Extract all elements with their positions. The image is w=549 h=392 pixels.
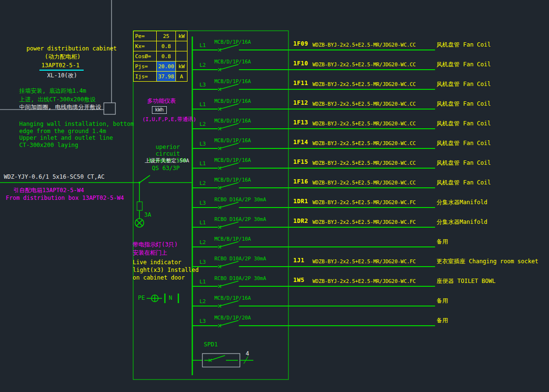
- breaker-switch-icon: [217, 177, 242, 190]
- circuit-wire: [192, 148, 218, 149]
- breaker-switch-icon: [217, 276, 242, 288]
- circuit-wire: [192, 207, 218, 208]
- circuit-wire: [192, 168, 218, 169]
- phase-label: L3: [200, 141, 206, 147]
- circuit-wire: [239, 187, 435, 188]
- circuit-row: L3 MCB/D/1P/16A 1F14 WDZB-BYJ-2x2.5+E2.5…: [192, 138, 535, 150]
- feeder-from-cn: 引自配电箱13APT02-5-W4: [13, 187, 84, 194]
- breaker-switch-icon: [217, 59, 242, 72]
- cable-spec: WDZB-BYJ-2x2.5+E2.5-MR/JDG20-WC.CC: [312, 160, 416, 166]
- circuit-id: 1F10: [293, 60, 308, 67]
- cable-spec: WDZB-BYJ-2x2.5+E2.5-MR/JDG20-WC.FC: [312, 258, 416, 264]
- cabinet-title-cn: (动力配电柜): [45, 53, 80, 61]
- param-value-highlighted[interactable]: 37.98: [157, 72, 176, 82]
- load-label: 风机盘管 Fan Coil: [437, 41, 491, 49]
- install-note-cn: 挂墙安装, 底边距地1.4m 上进, 出线CT-300x200敷设: [19, 86, 96, 104]
- circuit-id: 1DR1: [293, 198, 308, 205]
- param-label: Kx=: [134, 41, 157, 51]
- load-label: 风机盘管 Fan Coil: [437, 61, 491, 69]
- cable-spec: WDZB-BYJ-2x2.5+E2.5-MR/JDG20-WC.CC: [312, 140, 416, 146]
- fuse-symbol: [137, 202, 142, 210]
- fuse-rating-label: 3A: [144, 211, 151, 219]
- circuit-wire: [192, 187, 218, 188]
- param-unit: kW: [176, 61, 187, 72]
- circuit-id: 1F15: [293, 159, 308, 165]
- phase-label: L3: [200, 318, 206, 324]
- breaker-switch-icon: [217, 158, 242, 170]
- circuit-row: L2 MCB/B/1P/10A 备用: [192, 236, 535, 249]
- cabinet-title-en: power distribution cabinet: [26, 45, 117, 52]
- circuit-wire: [239, 266, 435, 267]
- circuit-row: L3 MCB/D/1P/16A 1F11 WDZB-BYJ-2x2.5+E2.5…: [192, 79, 535, 91]
- circuit-row: L1 MCB/D/1P/16A 1F15 WDZB-BYJ-2x2.5+E2.5…: [192, 158, 535, 170]
- phase-label: L1: [200, 279, 206, 285]
- load-label: 风机盘管 Fan Coil: [437, 139, 491, 147]
- load-label: 座便器 TOILET BOWL: [437, 277, 496, 285]
- param-unit: [176, 51, 187, 61]
- main-breaker-note-cn: 上级开关整定:50A: [145, 157, 189, 164]
- cabinet-id-underline: [39, 70, 84, 71]
- phase-label: L2: [200, 239, 206, 245]
- cabinet-id: 13APT02-5-1: [41, 62, 79, 69]
- load-label: 备用: [437, 297, 448, 305]
- param-value: 25: [157, 31, 176, 41]
- param-unit: kW: [176, 31, 187, 41]
- circuit-id: 1F12: [293, 99, 308, 106]
- load-label: 风机盘管 Fan Coil: [437, 159, 491, 167]
- param-label: CosØ=: [134, 51, 157, 61]
- indicator-note-cn: 带电指示灯(3只) 安装在柜门上: [133, 241, 178, 257]
- circuit-row: L1 MCB/D/1P/16A 1F12 WDZB-BYJ-2x2.5+E2.5…: [192, 98, 535, 111]
- cable-spec: WDZB-BYJ-2x2.5+E2.5-MR/JDG20-WC.CC: [312, 121, 416, 126]
- phase-label: L2: [200, 180, 206, 186]
- circuit-row: L2 MCB/D/1P/16A 1F13 WDZB-BYJ-2x2.5+E2.5…: [192, 118, 535, 131]
- circuit-row: L2 MCB/D/1P/16A 1F16 WDZB-BYJ-2x2.5+E2.5…: [192, 177, 535, 190]
- breaker-switch-icon: [217, 118, 242, 131]
- cable-spec: WDZB-BYJ-2x2.5+E2.5-MR/JDG20-WC.CC: [312, 42, 416, 48]
- circuit-wire: [239, 286, 435, 287]
- meter-label-cn: 多功能仪表: [147, 98, 176, 105]
- circuit-row: L2 MCB/D/1P/16A 1F10 WDZB-BYJ-2x2.5+E2.5…: [192, 59, 535, 72]
- spd-label: SPD1: [204, 341, 218, 348]
- cable-spec: WDZB-BYJ-2x2.5+E2.5-MR/JDG20-WC.FC: [312, 199, 416, 205]
- breaker-switch-icon: [217, 98, 242, 111]
- param-unit: A: [176, 72, 187, 82]
- breaker-switch-icon: [217, 138, 242, 150]
- param-value-highlighted[interactable]: 20.00: [157, 61, 176, 72]
- breaker-switch-icon: [217, 79, 242, 91]
- breaker-switch-icon: [217, 217, 242, 229]
- breaker-switch-icon: [217, 197, 242, 209]
- load-label: 备用: [437, 317, 448, 325]
- circuit-wire: [192, 89, 218, 90]
- circuit-wire: [239, 246, 435, 247]
- circuit-wire: [239, 49, 435, 50]
- circuit-wire: [192, 266, 218, 267]
- circuit-id: 1F16: [293, 178, 308, 185]
- load-label: 风机盘管 Fan Coil: [437, 100, 491, 108]
- circuit-wire: [192, 109, 218, 110]
- circuit-wire: [192, 286, 218, 287]
- circuit-id: 1J1: [293, 257, 304, 264]
- circuit-id: 1F09: [293, 40, 308, 47]
- cable-spec: WDZB-BYJ-2x2.5+E2.5-MR/JDG20-WC.FC: [312, 278, 416, 284]
- phase-label: L3: [200, 82, 206, 88]
- circuit-wire: [239, 128, 435, 129]
- circuit-wire: [239, 109, 435, 110]
- cabinet-model: XL-10(改): [47, 72, 77, 79]
- pe-ground-symbol: [147, 294, 178, 303]
- phase-label: L2: [200, 62, 206, 68]
- circuit-wire: [239, 168, 435, 169]
- param-row: Pe= 25 kW: [134, 31, 187, 41]
- circuit-row: L3 RCBO D16A/2P 30mA 1DR1 WDZB-BYJ-2x2.5…: [192, 197, 535, 209]
- circuit-id: 1DR2: [293, 218, 308, 224]
- param-label: Pjs=: [134, 61, 157, 72]
- circuit-row: L3 RCBO D10A/2P 30mA 1J1 WDZB-BYJ-2x2.5+…: [192, 256, 535, 269]
- phase-label: L1: [200, 42, 206, 49]
- drawing-canvas: power distribution cabinet (动力配电柜) 13APT…: [0, 0, 549, 392]
- feeder-cable-spec: WDZ-YJY-0.6/1 5x16-SC50 CT,AC: [4, 173, 105, 181]
- n-label: N: [169, 294, 172, 302]
- circuit-row: L1 RCBO D10A/2P 30mA 1W5 WDZB-BYJ-2x2.5+…: [192, 276, 535, 288]
- param-row: Pjs= 20.00 kW: [134, 61, 187, 72]
- install-note-en: Hanging wall installation, bottom edge f…: [19, 121, 134, 148]
- indicator-note-en: Live indicator light(x3) Installed on ca…: [133, 258, 199, 282]
- load-label: 风机盘管 Fan Coil: [437, 80, 491, 88]
